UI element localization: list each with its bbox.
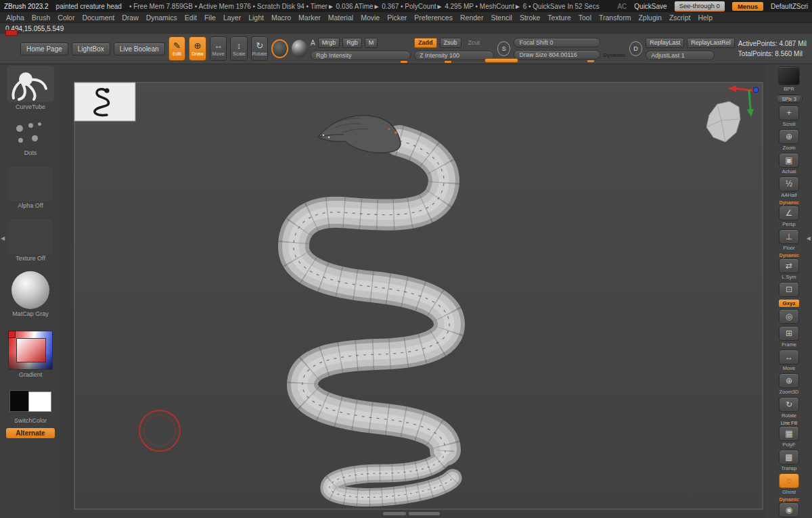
right-shelf-button[interactable]: ⊥ Floor	[775, 229, 803, 251]
draw-size-slider[interactable]: Draw Size 804.00116	[514, 50, 600, 60]
right-shelf-button[interactable]: ⊡	[775, 282, 803, 297]
stroke-curve-s-icon[interactable]: S	[497, 41, 510, 56]
edit-mode-button[interactable]: ✎ Edit	[168, 37, 186, 61]
zadd-button[interactable]: Zadd	[414, 38, 437, 48]
menu-item[interactable]: Light	[248, 14, 264, 22]
menu-item[interactable]: Edit	[185, 14, 197, 22]
right-shelf-button[interactable]: Line Fill ▦ PolyF	[775, 421, 803, 448]
right-shelf-icon: ⊕	[779, 129, 799, 144]
right-shelf-button[interactable]: + Scroll	[775, 105, 803, 127]
rotate-mode-button[interactable]: ↻ Rotate	[251, 37, 269, 61]
right-shelf-button[interactable]: Dynamic ⇄ L.Sym	[775, 253, 803, 280]
stroke-curve-d-icon[interactable]: D	[629, 41, 642, 56]
quicksave-button[interactable]: QuickSave	[634, 3, 667, 10]
right-shelf-button[interactable]: ⊞ Frame	[775, 326, 803, 348]
lightbox-button[interactable]: LightBox	[72, 43, 110, 55]
menu-item[interactable]: Help	[698, 14, 713, 22]
color-picker-red-swatch[interactable]	[8, 331, 16, 338]
brush-ring-icon[interactable]	[271, 39, 288, 58]
current-stroke-thumbnail[interactable]	[7, 120, 54, 148]
left-tray-collapse-handle[interactable]: ◀	[1, 235, 5, 241]
right-shelf-button[interactable]: ◎	[775, 309, 803, 324]
menu-item[interactable]: Alpha	[6, 14, 24, 22]
switch-color-control[interactable]	[8, 389, 53, 416]
menu-item[interactable]: Marker	[298, 14, 321, 22]
current-material-thumbnail[interactable]	[12, 271, 49, 309]
menu-item[interactable]: Stencil	[491, 14, 512, 22]
right-shelf-button[interactable]: ▣ Actual	[775, 153, 803, 174]
menu-item[interactable]: Render	[460, 14, 483, 22]
stroke-dot	[16, 125, 23, 132]
right-shelf-button[interactable]: BPR	[775, 66, 803, 92]
right-shelf-button[interactable]: ↔ Move	[775, 350, 803, 371]
color-picker[interactable]	[8, 331, 53, 370]
z-intensity-slider[interactable]: Z Intensity 100	[414, 51, 494, 60]
menu-item[interactable]: Layer	[223, 14, 241, 22]
primary-color-square[interactable]	[9, 390, 30, 412]
home-page-button[interactable]: Home Page	[20, 43, 68, 55]
mrgb-button[interactable]: Mrgb	[318, 38, 340, 48]
current-color-swatch[interactable]	[5, 30, 18, 36]
right-shelf-icon: ↔	[779, 350, 799, 364]
right-shelf-top-label: Dynamic	[779, 200, 798, 206]
scale-mode-button[interactable]: ↕ Scale	[230, 37, 248, 61]
horizontal-scrollbar[interactable]	[383, 512, 406, 515]
menu-item[interactable]: Picker	[387, 14, 407, 22]
default-zscript-button[interactable]: DefaultZScri	[771, 3, 808, 10]
rgb-intensity-slider[interactable]: Rgb Intensity	[311, 51, 411, 60]
menu-item[interactable]: Zplugin	[638, 14, 661, 22]
menus-button[interactable]: Menus	[732, 2, 763, 11]
menu-item[interactable]: Document	[82, 14, 114, 22]
adjust-last-slider[interactable]: AdjustLast 1	[646, 51, 715, 60]
right-shelf-button[interactable]: ◌ Ghost	[775, 473, 803, 495]
zsub-button[interactable]: Zsub	[440, 38, 461, 48]
secondary-color-square[interactable]	[28, 392, 51, 412]
current-texture-thumbnail[interactable]	[9, 220, 52, 254]
right-shelf-button[interactable]: ⊕ Zoom3D	[775, 373, 803, 395]
menu-item[interactable]: Texture	[547, 14, 570, 22]
focal-shift-label: Focal Shift 0	[519, 39, 553, 46]
dynamic-draw-size-label[interactable]: Dynamic	[603, 52, 625, 58]
current-alpha-thumbnail[interactable]	[9, 167, 52, 201]
current-brush-thumbnail[interactable]	[7, 66, 54, 102]
right-shelf-button[interactable]: Gxyz	[775, 299, 803, 307]
alternate-button[interactable]: Alternate	[6, 428, 55, 438]
menu-item[interactable]: Stroke	[520, 14, 540, 22]
menu-item[interactable]: Tool	[579, 14, 591, 22]
menu-item[interactable]: File	[204, 14, 216, 22]
zcut-button[interactable]: Zcut	[464, 38, 484, 48]
menu-item[interactable]: Draw	[122, 14, 139, 22]
menu-item[interactable]: Movie	[361, 14, 380, 22]
menu-item[interactable]: Brush	[32, 14, 50, 22]
menu-item[interactable]: Transform	[599, 14, 631, 22]
right-shelf-button[interactable]: ▩ Transp	[775, 450, 803, 471]
menu-item[interactable]: Preferences	[414, 14, 453, 22]
replay-last-button[interactable]: ReplayLast	[646, 38, 684, 48]
menu-item[interactable]: Color	[58, 14, 74, 22]
right-shelf-button[interactable]: ½ AAHalf	[775, 176, 803, 198]
right-shelf-button[interactable]: ↻ Rotate	[775, 397, 803, 419]
menu-item[interactable]: Zscript	[669, 14, 691, 22]
menu-item[interactable]: Dynamics	[146, 14, 177, 22]
tool-preview-thumbnail[interactable]	[74, 83, 135, 121]
focal-shift-slider[interactable]: Focal Shift 0	[514, 38, 600, 47]
right-tray-collapse-handle[interactable]: ◀	[807, 235, 811, 241]
live-boolean-button[interactable]: Live Boolean	[114, 43, 165, 55]
right-shelf-button[interactable]: SPix 3	[775, 94, 803, 103]
horizontal-scrollbar[interactable]	[409, 512, 440, 515]
right-shelf-button[interactable]: ⊕ Zoom	[775, 129, 803, 151]
move-mode-button[interactable]: ↔ Move	[210, 37, 227, 61]
rgb-intensity-label: Rgb Intensity	[316, 52, 352, 59]
draw-mode-button[interactable]: ⊕ Draw	[189, 37, 206, 61]
right-shelf-button[interactable]: Dynamic ◉ Solo	[775, 497, 803, 518]
replay-last-rel-button[interactable]: ReplayLastRel	[687, 38, 735, 48]
menu-item[interactable]: Material	[328, 14, 353, 22]
color-picker-inner-square[interactable]	[16, 338, 46, 362]
rgb-button[interactable]: Rgb	[342, 38, 362, 48]
canvas-viewport[interactable]	[61, 64, 766, 518]
menu-item[interactable]: Macro	[271, 14, 291, 22]
right-shelf-button[interactable]: Dynamic ∠ Persp	[775, 200, 803, 227]
m-button[interactable]: M	[365, 38, 378, 48]
material-sphere-icon[interactable]	[292, 40, 307, 57]
see-through-slider[interactable]: See-through 0	[675, 1, 725, 11]
